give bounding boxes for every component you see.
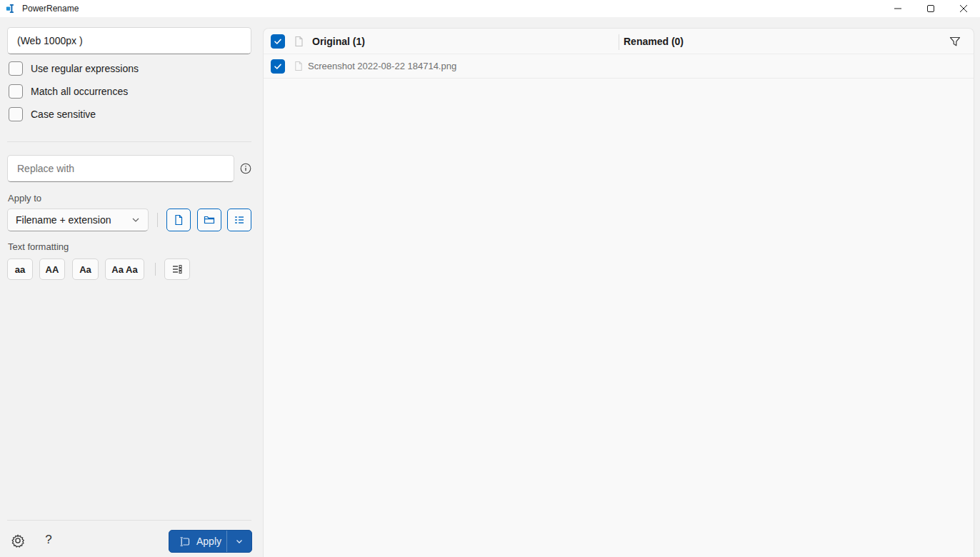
apply-button[interactable]: Apply <box>169 531 226 552</box>
include-files-toggle[interactable] <box>166 209 191 231</box>
sentence-case-button[interactable]: Aa <box>72 259 99 280</box>
folder-icon <box>204 214 215 226</box>
include-subfolders-toggle[interactable] <box>227 209 251 231</box>
include-folders-toggle[interactable] <box>197 209 221 231</box>
gear-icon <box>11 533 25 548</box>
minimize-button[interactable] <box>881 0 914 17</box>
maximize-button[interactable] <box>914 0 947 17</box>
checkbox-match-all[interactable]: Match all occurrences <box>9 84 139 99</box>
title-bar: PowerRename <box>0 0 980 17</box>
divider <box>155 263 156 276</box>
renamed-column-header[interactable]: Renamed (0) <box>624 36 684 47</box>
chevron-down-icon <box>131 216 140 224</box>
filter-funnel-icon <box>949 35 961 48</box>
select-all-checkbox[interactable] <box>271 34 285 49</box>
file-icon <box>294 36 304 47</box>
divider <box>619 34 619 50</box>
enumerate-items-icon <box>171 264 183 275</box>
file-icon <box>294 61 304 71</box>
apply-split-button[interactable]: Apply <box>169 530 252 553</box>
apply-dropdown-button[interactable] <box>227 531 251 552</box>
info-icon[interactable] <box>240 163 251 174</box>
rename-apply-icon <box>179 536 191 548</box>
apply-to-dropdown[interactable]: Filename + extension <box>7 209 149 231</box>
close-button[interactable] <box>947 0 980 17</box>
caption-buttons <box>881 0 980 17</box>
powerrename-app-icon <box>6 4 16 14</box>
file-list-header: Original (1) Renamed (0) <box>264 29 974 54</box>
title-case-button[interactable]: Aa Aa <box>105 259 144 280</box>
original-filename: Screenshot 2022-08-22 184714.png <box>308 61 456 71</box>
checkbox-use-regex[interactable]: Use regular expressions <box>9 61 139 76</box>
checkbox-box[interactable] <box>9 61 23 76</box>
checkbox-box[interactable] <box>9 84 23 99</box>
search-option-checkboxes: Use regular expressions Match all occurr… <box>9 61 139 121</box>
divider <box>7 520 251 521</box>
enumerate-items-button[interactable] <box>164 259 190 280</box>
file-row[interactable]: Screenshot 2022-08-22 184714.png <box>264 54 974 79</box>
help-button[interactable]: ? <box>44 533 54 548</box>
uppercase-button[interactable]: AA <box>39 259 65 280</box>
checkbox-case-sensitive[interactable]: Case sensitive <box>9 107 139 121</box>
search-for-input[interactable] <box>7 27 251 54</box>
checkbox-label: Use regular expressions <box>31 63 139 74</box>
filter-button[interactable] <box>949 35 961 48</box>
checkbox-label: Match all occurrences <box>31 86 128 97</box>
divider <box>7 141 251 142</box>
divider <box>157 213 158 227</box>
file-list-panel: Original (1) Renamed (0) Screenshot 2022… <box>263 28 974 557</box>
checkbox-label: Case sensitive <box>31 109 96 120</box>
apply-button-label: Apply <box>196 536 221 547</box>
rename-options-panel: Use regular expressions Match all occurr… <box>0 17 261 557</box>
checkbox-box[interactable] <box>9 107 23 121</box>
apply-to-label: Apply to <box>8 193 41 204</box>
document-icon <box>173 214 184 226</box>
list-icon <box>234 214 245 226</box>
text-formatting-label: Text formatting <box>8 241 69 252</box>
apply-to-selected-value: Filename + extension <box>16 214 111 226</box>
replace-with-input[interactable] <box>7 155 234 182</box>
file-row-checkbox[interactable] <box>271 59 285 74</box>
window-title: PowerRename <box>22 4 79 14</box>
settings-button[interactable] <box>11 533 25 548</box>
chevron-down-icon <box>235 537 244 546</box>
original-column-header[interactable]: Original (1) <box>312 36 365 47</box>
lowercase-button[interactable]: aa <box>7 259 33 280</box>
